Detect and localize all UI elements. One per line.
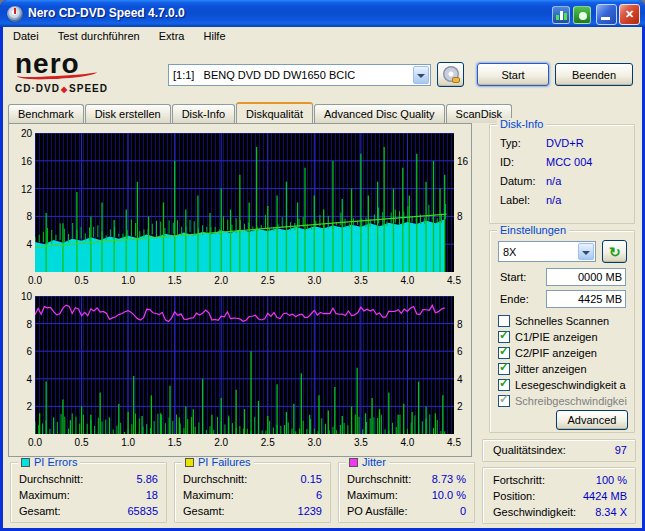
disk-info-value: n/a xyxy=(546,175,561,187)
checkbox-c1-pie-anzeigen[interactable]: ✓C1/PIE anzeigen xyxy=(498,331,598,345)
start-field-label: Start: xyxy=(500,271,526,283)
end-field[interactable]: 4425 MB xyxy=(546,290,626,308)
nero-logo: nero CD·DVD◆SPEED xyxy=(15,52,145,100)
disk-info-label: ID: xyxy=(500,156,514,168)
stat-value: 18 xyxy=(146,489,158,501)
hand-icon xyxy=(452,77,460,83)
titlebar-chart-icon-button[interactable] xyxy=(552,6,570,24)
advanced-button[interactable]: Advanced xyxy=(556,410,628,430)
disk-info-label: Label: xyxy=(500,194,530,206)
axis-label: 1.0 xyxy=(116,437,140,448)
axis-label: 0.5 xyxy=(70,437,94,448)
speed-select-value: 8X xyxy=(503,246,516,258)
stat-value: 8.73 % xyxy=(432,473,466,485)
drive-select[interactable]: [1:1] BENQ DVD DD DW1650 BCIC xyxy=(168,64,431,86)
speed-label: Geschwindigkeit: xyxy=(493,506,576,518)
stat-label: Maximum: xyxy=(19,489,70,501)
stat-label: Gesamt: xyxy=(183,505,225,517)
app-icon xyxy=(7,6,23,22)
menu-datei[interactable]: Datei xyxy=(5,27,47,45)
menu-hilfe[interactable]: Hilfe xyxy=(196,27,234,45)
menu-test-durchfuehren[interactable]: Test durchführen xyxy=(50,27,148,45)
stat-label: Durchschnitt: xyxy=(19,473,83,485)
stat-value: 65835 xyxy=(127,505,158,517)
axis-label: 3.5 xyxy=(349,275,373,286)
quality-index-label: Qualitätsindex: xyxy=(493,444,566,456)
axis-label: 1.5 xyxy=(163,275,187,286)
axis-label: 1.5 xyxy=(163,437,187,448)
axis-label: 4 xyxy=(12,239,32,250)
jitter-legend-icon xyxy=(349,458,358,467)
axis-label: 2.5 xyxy=(256,275,280,286)
refresh-button[interactable]: ↻ xyxy=(602,240,627,263)
stat-label: Maximum: xyxy=(183,489,234,501)
minimize-icon xyxy=(601,17,610,20)
menubar: Datei Test durchführen Extra Hilfe xyxy=(3,27,642,47)
pi-errors-stats-title: PI Errors xyxy=(34,456,77,468)
axis-label: 4.0 xyxy=(395,437,419,448)
disk-info-panel: Disk-Info Typ:DVD+R ID:MCC 004 Datum:n/a… xyxy=(489,124,635,224)
axis-label: 2.5 xyxy=(256,437,280,448)
stat-label: Gesamt: xyxy=(19,505,61,517)
client-area: Datei Test durchführen Extra Hilfe nero … xyxy=(3,27,642,528)
quality-index-value: 97 xyxy=(615,444,627,456)
axis-label: 3.0 xyxy=(302,275,326,286)
checkbox-lesegeschwindigkeit[interactable]: ✓Lesegeschwindigkeit a xyxy=(498,379,626,393)
position-label: Position: xyxy=(493,490,535,502)
axis-label: 6 xyxy=(12,346,32,357)
tab-benchmark[interactable]: Benchmark xyxy=(8,104,84,123)
stat-value: 0.15 xyxy=(301,473,322,485)
speed-select[interactable]: 8X xyxy=(498,241,596,262)
progress-panel: Fortschritt:100 % Position:4424 MB Gesch… xyxy=(482,467,636,524)
progress-label: Fortschritt: xyxy=(493,474,545,486)
axis-label: 0.5 xyxy=(70,275,94,286)
stat-label: Durchschnitt: xyxy=(183,473,247,485)
tab-disk-info[interactable]: Disk-Info xyxy=(172,104,235,123)
axis-label: 1.0 xyxy=(116,275,140,286)
pi-errors-legend-icon xyxy=(21,458,30,467)
axis-label: 8 xyxy=(457,319,477,330)
axis-label: 2.0 xyxy=(209,275,233,286)
checkbox-c2-pif-anzeigen[interactable]: ✓C2/PIF anzeigen xyxy=(498,347,597,361)
axis-label: 4.5 xyxy=(442,437,466,448)
start-button[interactable]: Start xyxy=(477,63,549,86)
speed-dropdown-arrow-icon[interactable] xyxy=(578,243,594,260)
menu-extra[interactable]: Extra xyxy=(151,27,193,45)
close-button[interactable]: ✕ xyxy=(619,4,640,25)
disk-info-label: Typ: xyxy=(500,137,521,149)
checkbox-icon: ✓ xyxy=(498,331,510,343)
tab-advanced-disc-quality[interactable]: Advanced Disc Quality xyxy=(314,104,445,123)
pi-errors-chart xyxy=(35,133,454,272)
checkbox-schnelles-scannen[interactable]: ✓Schnelles Scannen xyxy=(498,315,609,329)
axis-label: 10 xyxy=(12,291,32,302)
axis-label: 2 xyxy=(457,401,477,412)
tab-diskqualitaet[interactable]: Diskqualität xyxy=(236,102,313,123)
axis-label: 3.5 xyxy=(349,437,373,448)
minimize-button[interactable] xyxy=(596,4,617,25)
quit-button[interactable]: Beenden xyxy=(555,63,633,86)
settings-panel: Einstellungen 8X ↻ Start: 0000 MB Ende: … xyxy=(489,230,635,433)
titlebar-disc-icon-button[interactable] xyxy=(573,6,591,24)
drive-dropdown-arrow-icon[interactable] xyxy=(413,66,429,84)
checkbox-jitter-anzeigen[interactable]: ✓Jitter anzeigen xyxy=(498,363,587,377)
app-window: Nero CD-DVD Speed 4.7.0.0 ✕ Datei Test d… xyxy=(0,0,645,531)
tab-bar: Benchmark Disk erstellen Disk-Info Diskq… xyxy=(8,104,513,123)
stat-value: 10.0 % xyxy=(432,489,466,501)
end-field-label: Ende: xyxy=(500,293,529,305)
axis-label: 6 xyxy=(457,346,477,357)
axis-label: 8 xyxy=(12,211,32,222)
checkbox-schreibgeschwindigkeit[interactable]: ✓Schreibgeschwindigkei xyxy=(498,395,627,409)
disk-info-value: MCC 004 xyxy=(546,156,592,168)
settings-title: Einstellungen xyxy=(497,224,569,236)
start-field[interactable]: 0000 MB xyxy=(546,268,626,286)
titlebar[interactable]: Nero CD-DVD Speed 4.7.0.0 ✕ xyxy=(0,0,645,27)
disk-info-value: DVD+R xyxy=(546,137,584,149)
jitter-stats-title: Jitter xyxy=(362,456,386,468)
drive-action-button[interactable] xyxy=(437,62,464,87)
checkbox-icon: ✓ xyxy=(498,347,510,359)
tab-disk-erstellen[interactable]: Disk erstellen xyxy=(85,104,171,123)
axis-label: 2 xyxy=(12,401,32,412)
axis-label: 4 xyxy=(12,374,32,385)
stat-label: PO Ausfälle: xyxy=(347,505,408,517)
axis-label: 0.0 xyxy=(23,275,47,286)
